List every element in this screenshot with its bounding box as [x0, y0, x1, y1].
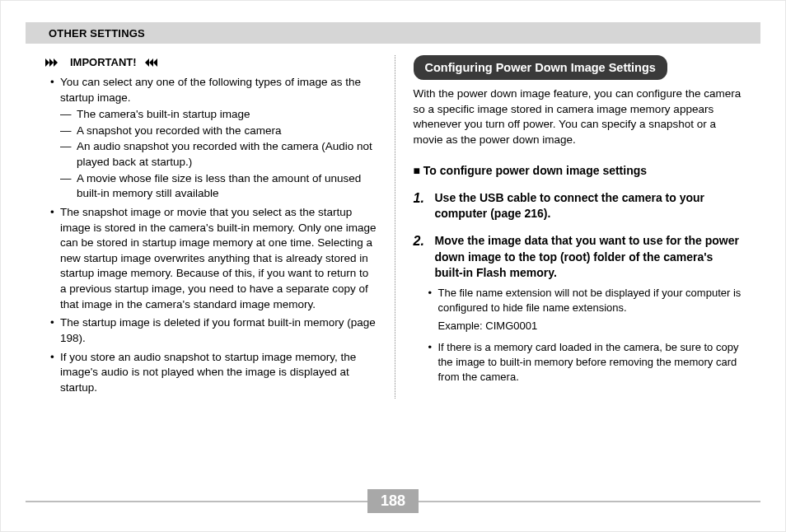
step-sub-bullets: The file name extension will not be disp…: [414, 286, 745, 385]
svg-marker-2: [54, 58, 58, 67]
fast-rewind-icon: [143, 58, 161, 67]
dash-item: A snapshot you recorded with the camera: [77, 124, 377, 139]
step-number: 1.: [414, 190, 428, 222]
important-heading: IMPORTANT!: [45, 55, 377, 70]
step-number: 2.: [414, 233, 428, 281]
bullet-item: The snapshot image or movie that you sel…: [60, 205, 377, 312]
step-2: 2. Move the image data that you want to …: [414, 233, 745, 281]
bullet-item: If you store an audio snapshot to startu…: [60, 350, 377, 396]
bullet-item: You can select any one of the following …: [60, 75, 377, 202]
sub-bullet-item: If there is a memory card loaded in the …: [438, 340, 745, 385]
example-text: Example: CIMG0001: [438, 319, 745, 334]
svg-marker-0: [45, 58, 49, 67]
right-column: Configuring Power Down Image Settings Wi…: [395, 55, 761, 399]
dash-item: A movie whose file size is less than the…: [77, 171, 377, 202]
step-text: Use the USB cable to connect the camera …: [435, 190, 745, 222]
bullet-item: The startup image is deleted if you form…: [60, 315, 377, 346]
important-bullet-list: You can select any one of the following …: [45, 75, 377, 396]
square-bullet-icon: ■: [414, 164, 420, 177]
svg-marker-3: [145, 58, 149, 67]
page-footer: 188: [26, 489, 760, 513]
page-number: 188: [367, 489, 419, 513]
footer-rule-left: [26, 501, 367, 502]
manual-page: OTHER SETTINGS IMPORTANT!: [0, 0, 786, 532]
step-text: Move the image data that you want to use…: [435, 233, 745, 281]
step-1: 1. Use the USB cable to connect the came…: [414, 190, 745, 222]
subsection-heading: ■ To configure power down image settings: [414, 163, 745, 179]
footer-rule-right: [419, 501, 760, 502]
dash-list: The camera's built-in startup image A sn…: [60, 107, 377, 202]
section-header-text: OTHER SETTINGS: [49, 27, 145, 40]
section-title-text: Configuring Power Down Image Settings: [425, 61, 656, 74]
dash-item: The camera's built-in startup image: [77, 107, 377, 123]
important-label: IMPORTANT!: [70, 55, 137, 70]
bullet-text: You can select any one of the following …: [60, 76, 361, 104]
left-column: IMPORTANT! You can select any one of the…: [26, 55, 395, 399]
subsection-title: To configure power down image settings: [423, 164, 647, 177]
fast-forward-icon: [45, 58, 63, 67]
dash-item: An audio snapshot you recorded with the …: [77, 139, 377, 170]
svg-marker-5: [153, 58, 157, 67]
sub-bullet-item: The file name extension will not be disp…: [438, 286, 745, 334]
svg-marker-1: [49, 58, 54, 67]
sub-bullet-text: The file name extension will not be disp…: [438, 287, 742, 314]
content-columns: IMPORTANT! You can select any one of the…: [26, 55, 760, 399]
section-intro: With the power down image feature, you c…: [414, 86, 745, 148]
section-title-pill: Configuring Power Down Image Settings: [414, 55, 667, 80]
section-header: OTHER SETTINGS: [26, 22, 760, 44]
svg-marker-4: [149, 58, 153, 67]
